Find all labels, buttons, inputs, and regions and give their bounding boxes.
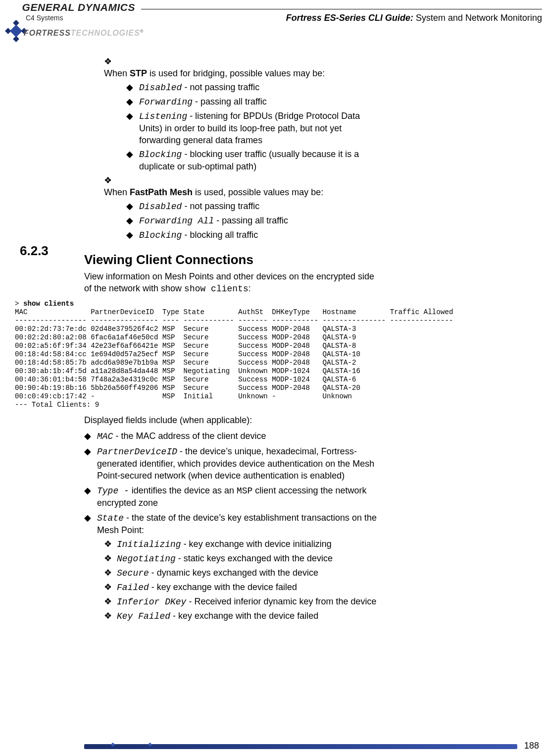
state-desc: - dynamic keys exchanged with the device [149,568,318,578]
bullet-diamond-icon: ◆ [126,96,139,108]
stp-intro-a: When [104,68,130,78]
code-value: Listening [139,111,187,121]
list-item: ◆Blocking - blocking all traffic [126,229,381,241]
cli-line: 00:18:4d:58:85:7b adcd6a989e7b1b9a MSP S… [15,359,356,367]
page-content: ❖ When STP is used for bridging, possibl… [0,54,542,625]
field-item: ◆State - the state of the device’s key e… [84,512,381,622]
footer-bar [84,744,517,749]
field-desc-code: MSP [237,486,252,496]
section-heading: Viewing Client Connections [84,252,381,268]
stp-list: ❖ When STP is used for bridging, possibl… [84,55,381,241]
list-item: ◆Forwarding - passing all traffic [126,96,381,108]
section-number: 6.2.3 [20,243,49,259]
section-intro-cmd: show clients [184,284,248,294]
fortress-word: FORTRESS [24,29,71,37]
list-item: ❖Inferior DKey - Received inferior dynam… [104,595,381,608]
list-item: ◆Disabled - not passing traffic [126,200,381,213]
cli-line: 00:40:36:01:b4:58 7f48a2a3e4319c0c MSP S… [15,376,356,383]
fortress-technologies-logo: FORTRESSTECHNOLOGIES® [24,29,144,38]
field-code: Type - [97,486,129,496]
bullet-diamond-icon: ◆ [126,229,139,241]
bullet-cross-icon: ❖ [104,55,117,67]
state-desc: - key exchange with the device failed [149,582,297,592]
section-intro-b: : [248,283,251,293]
list-item: ◆Blocking - blocking user traffic (usual… [126,148,381,172]
fpm-intro-text: When FastPath Mesh is used, possible val… [104,186,366,198]
state-code: Inferior DKey [117,597,186,607]
gd-subtitle: C4 Systems [26,14,63,22]
bullet-diamond-icon: ◆ [126,148,139,160]
bullet-diamond-icon: ◆ [84,430,97,442]
guide-title-em: Fortress ES-Series CLI Guide: [286,13,413,23]
svg-rect-4 [10,25,22,37]
value-desc: - passing all traffic [214,216,288,225]
field-item: ◆MAC - the MAC address of the client dev… [84,430,381,442]
state-desc: - Received inferior dynamic key from the… [186,596,376,606]
field-item: ◆PartnerDeviceID - the device’s unique, … [84,445,381,482]
fpm-intro-b: is used, possible values may be: [193,187,323,197]
field-item: ◆Type - identifies the device as an MSP … [84,485,381,509]
fpm-intro-item: ❖ When FastPath Mesh is used, possible v… [104,174,381,241]
section-intro: View information on Mesh Points and othe… [84,270,381,295]
stp-bold: STP [130,68,147,78]
cli-line: 00:02:2d:73:7e:dc 02d48e379526f4c2 MSP S… [15,325,356,333]
cli-line: 00:02:2d:80:a2:08 6fac6a1af46e50cd MSP S… [15,333,356,341]
field-code: PartnerDeviceID [97,447,177,457]
stp-intro-item: ❖ When STP is used for bridging, possibl… [104,55,381,172]
stp-intro-text: When STP is used for bridging, possible … [104,67,366,79]
technologies-word: TECHNOLOGIES [71,29,140,37]
stp-intro-b: is used for bridging, possible values ma… [147,68,325,78]
state-code: Key Failed [117,611,170,621]
bullet-cross-icon: ❖ [104,538,117,550]
value-desc: - not passing traffic [182,201,259,211]
field-desc-a: identifies the device as an [129,486,237,495]
fields-intro: Displayed fields include (when applicabl… [84,414,381,426]
state-desc: - key exchange with device initializing [181,539,332,549]
state-code: Initializing [117,540,181,549]
bullet-diamond-icon: ◆ [126,200,139,212]
bullet-cross-icon: ❖ [104,595,117,607]
cli-line: 00:18:4d:58:84:cc 1e694d0d57a25ecf MSP S… [15,350,360,358]
state-code: Failed [117,583,149,593]
list-item: ◆Disabled - not passing traffic [126,81,381,94]
cli-output: > show clients MAC PartnerDeviceID Type … [15,300,542,409]
cli-line: 00:c0:49:cb:17:42 - MSP Initial Unknown … [15,392,352,400]
fields-list: ◆MAC - the MAC address of the client dev… [84,430,381,622]
cli-line: 00:30:ab:1b:4f:5d a11a28d8a54da448 MSP N… [15,367,360,375]
bullet-diamond-icon: ◆ [126,110,139,122]
field-desc: - the state of the device’s key establis… [97,513,377,535]
bullet-diamond-icon: ◆ [84,485,97,496]
bullet-cross-icon: ❖ [104,174,117,186]
bullet-cross-icon: ❖ [104,610,117,622]
stp-values: ◆Disabled - not passing traffic ◆Forward… [104,81,381,172]
state-desc: - key exchange with the device failed [170,611,318,621]
body-column: ❖ When STP is used for bridging, possibl… [84,55,381,295]
code-value: Forwarding [139,97,193,107]
bullet-diamond-icon: ◆ [84,512,97,524]
cli-line: --- Total Clients: 9 [15,401,99,409]
code-value: Disabled [139,202,182,212]
fields-column: Displayed fields include (when applicabl… [84,414,381,622]
bullet-cross-icon: ❖ [104,552,117,564]
cli-line: 00:90:4b:19:8b:16 5bb26a560ff49206 MSP S… [15,384,360,392]
field-code: State [97,513,124,523]
header-rule [141,9,542,9]
bullet-diamond-icon: ◆ [126,81,139,93]
bullet-cross-icon: ❖ [104,567,117,579]
code-value: Forwarding All [139,216,214,226]
cli-line: ----------------- ---------------- ---- … [15,317,453,324]
state-code: Negotiating [117,554,176,564]
cli-line: MAC PartnerDeviceID Type State AuthSt DH… [15,308,453,316]
state-desc: - static keys exchanged with the device [176,553,333,563]
fpm-intro-a: When [104,187,130,197]
bullet-diamond-icon: ◆ [84,445,97,457]
list-item: ❖Secure - dynamic keys exchanged with th… [104,567,381,579]
state-sublist: ❖Initializing - key exchange with device… [84,538,381,622]
list-item: ❖Negotiating - static keys exchanged wit… [104,552,381,565]
list-item: ❖Initializing - key exchange with device… [104,538,381,550]
code-value: Blocking [139,150,182,160]
fpm-values: ◆Disabled - not passing traffic ◆Forward… [104,200,381,241]
code-value: Disabled [139,83,182,93]
page-header: GENERAL DYNAMICS C4 Systems FORTRESSTECH… [0,0,542,47]
cli-prompt: > [15,300,23,308]
